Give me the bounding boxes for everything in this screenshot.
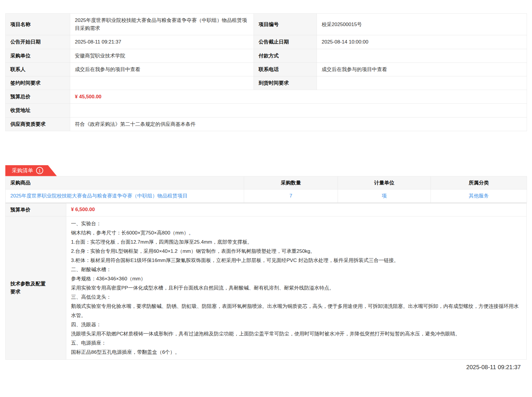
supplier-qualification-value: 符合《政府采购法》第二十二条规定的供应商基本条件: [70, 117, 527, 131]
header-product: 采购商品: [6, 176, 244, 189]
purchase-list-item-row: 2025年度世界职业院校技能大赛食品与粮食赛道争夺赛（中职组）物品租赁项目 7 …: [6, 189, 527, 202]
purchase-unit-value: 安徽商贸职业技术学院: [70, 49, 254, 62]
header-unit: 计量单位: [338, 176, 431, 189]
sign-time-value: [70, 76, 254, 90]
tech-line: 三、高低位龙头：: [71, 292, 522, 302]
ship-address-label: 收货地址: [6, 104, 70, 117]
project-number-value: 校采202500015号: [317, 14, 527, 35]
tech-params-row: 技术参数及配置要求 一、实验台： 钢木结构，参考尺寸：长6000×宽750×高8…: [6, 216, 527, 360]
contact-phone-value: 成交后在我参与的项目中查看: [317, 62, 527, 76]
tech-line: 国标正品86型五孔电源插座，带翻盖盒（6个）。: [71, 348, 522, 357]
unit-price-row: 预算单价 ¥ 6,500.00: [6, 203, 527, 216]
tech-line: 一、实验台：: [71, 219, 522, 228]
tech-line: 采用实验室专用高密度PP一体化成型水槽，且利于台面残水自然回流，具耐酸碱、耐有机…: [71, 283, 522, 292]
unit-cell: 项: [338, 189, 431, 202]
info-row-time-requirements: 签约时间要求 到货时间要求: [6, 76, 527, 90]
info-row-unit-payment: 采购单位 安徽商贸职业技术学院 付款方式: [6, 49, 527, 62]
tech-params-content: 一、实验台： 钢木结构，参考尺寸：长6000×宽750×高800（mm）。 1.…: [66, 216, 527, 360]
page-timestamp: 2025-08-11 09:21:37: [5, 364, 527, 371]
info-row-supplier-qualification: 供应商资质要求 符合《政府采购法》第二十二条规定的供应商基本条件: [6, 117, 527, 131]
tech-line: 鹅颈式实验室专用化验水嘴，要求防酸碱、防锈、防虹吸、防阻塞，表面环氧树脂喷涂。出…: [71, 302, 522, 320]
category-link[interactable]: 其他服务: [469, 193, 489, 199]
tech-line: 2.台身：实验台专用L型钢框架，采用60×40×1.2（mm）钢管制作，表面作环…: [71, 247, 522, 256]
category-cell: 其他服务: [431, 189, 527, 202]
header-category: 所属分类: [431, 176, 527, 189]
info-row-ship-address: 收货地址: [6, 104, 527, 117]
project-info-table: 项目名称 2025年度世界职业院校技能大赛食品与粮食赛道争夺赛（中职组）物品租赁…: [5, 13, 527, 131]
info-row-project-name: 项目名称 2025年度世界职业院校技能大赛食品与粮食赛道争夺赛（中职组）物品租赁…: [6, 14, 527, 35]
header-quantity: 采购数量: [244, 176, 338, 189]
tech-line: 3.柜体：板材采用符合国标E1级环保16mm厚三聚氰胺双饰面板，立柜采用中上部层…: [71, 256, 522, 265]
tech-line: 二、耐酸碱水槽：: [71, 265, 522, 274]
payment-method-value: [317, 49, 527, 62]
purchase-list-section: 采购清单 1: [5, 165, 527, 176]
announce-end-value: 2025-08-14 10:00:00: [317, 35, 527, 49]
tech-line: 五、电源插座：: [71, 338, 522, 348]
info-row-budget-total: 预算总价 ¥ 45,500.00: [6, 90, 527, 104]
delivery-time-value: [317, 76, 527, 90]
quantity-cell: 7: [244, 189, 338, 202]
announce-start-label: 公告开始日期: [6, 35, 70, 49]
budget-total-label: 预算总价: [6, 90, 70, 104]
sign-time-label: 签约时间要求: [6, 76, 70, 90]
announce-end-label: 公告截止日期: [254, 35, 317, 49]
contact-phone-label: 联系电话: [254, 62, 317, 76]
delivery-time-label: 到货时间要求: [254, 76, 317, 90]
info-row-announce-dates: 公告开始日期 2025-08-11 09:21:37 公告截止日期 2025-0…: [6, 35, 527, 49]
announce-start-value: 2025-08-11 09:21:37: [70, 35, 254, 49]
purchase-list-table: 采购商品 采购数量 计量单位 所属分类 2025年度世界职业院校技能大赛食品与粮…: [5, 176, 527, 203]
tech-line: 四、洗眼器：: [71, 320, 522, 329]
supplier-qualification-label: 供应商资质要求: [6, 117, 70, 131]
unit-price-label: 预算单价: [6, 203, 66, 216]
payment-method-label: 付款方式: [254, 49, 317, 62]
purchase-list-count-badge: 1: [36, 167, 43, 174]
project-name-label: 项目名称: [6, 14, 70, 35]
ship-address-value: [70, 104, 527, 117]
tab-purchase-list-label: 采购清单: [12, 167, 33, 174]
product-cell: 2025年度世界职业院校技能大赛食品与粮食赛道争夺赛（中职组）物品租赁项目: [6, 189, 244, 202]
tech-line: 钢木结构，参考尺寸：长6000×宽750×高800（mm）。: [71, 228, 522, 237]
tab-purchase-list[interactable]: 采购清单 1: [5, 165, 57, 176]
purchase-list-header-row: 采购商品 采购数量 计量单位 所属分类: [6, 176, 527, 189]
info-row-contact: 联系人 成交后在我参与的项目中查看 联系电话 成交后在我参与的项目中查看: [6, 62, 527, 76]
item-detail-table: 预算单价 ¥ 6,500.00 技术参数及配置要求 一、实验台： 钢木结构，参考…: [5, 203, 527, 360]
budget-total-value: ¥ 45,500.00: [70, 90, 527, 104]
unit-price-value: ¥ 6,500.00: [66, 203, 527, 216]
tech-line: 1.台面：实芯理化板，台面12.7mm厚，四周围边加厚至25.4mm，底部带支撑…: [71, 237, 522, 247]
tech-line: 洗眼喷头采用不助燃PC材质模铸一体成形制作，具有过滤泡棉及防尘功能，上面防尘盖平…: [71, 329, 522, 338]
product-link[interactable]: 2025年度世界职业院校技能大赛食品与粮食赛道争夺赛（中职组）物品租赁项目: [10, 193, 188, 199]
contact-person-label: 联系人: [6, 62, 70, 76]
project-number-label: 项目编号: [254, 14, 317, 35]
tech-params-label: 技术参数及配置要求: [6, 216, 66, 360]
contact-person-value: 成交后在我参与的项目中查看: [70, 62, 254, 76]
procurement-detail-page: 项目名称 2025年度世界职业院校技能大赛食品与粮食赛道争夺赛（中职组）物品租赁…: [0, 0, 532, 371]
tech-line: 参考规格：436×346×360（mm）: [71, 274, 522, 283]
purchase-unit-label: 采购单位: [6, 49, 70, 62]
project-name-value: 2025年度世界职业院校技能大赛食品与粮食赛道争夺赛（中职组）物品租赁项目采购需…: [70, 14, 254, 35]
